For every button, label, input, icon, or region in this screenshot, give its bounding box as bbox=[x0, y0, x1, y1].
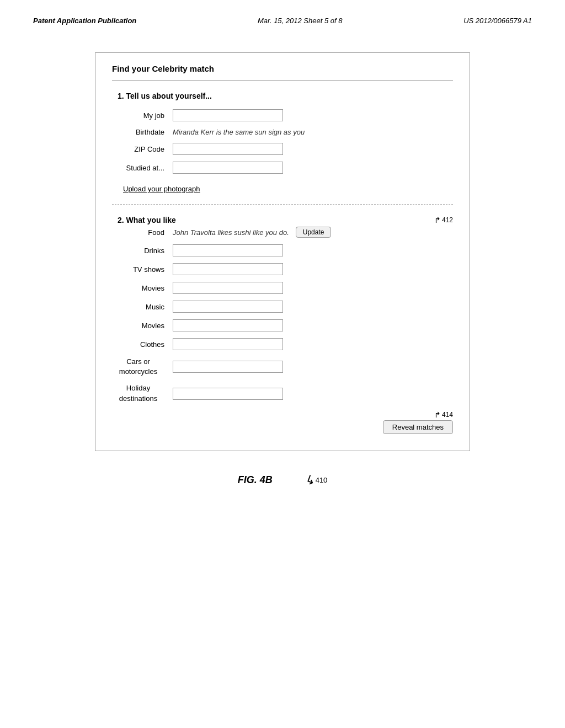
figure-arrow: ↲ 410 bbox=[306, 473, 328, 488]
field-zip: ZIP Code bbox=[112, 143, 453, 155]
label-studied-at: Studied at... bbox=[112, 164, 173, 172]
field-birthdate: Birthdate Miranda Kerr is the same sun s… bbox=[112, 128, 453, 136]
section2-heading: 2. What you like bbox=[118, 216, 176, 224]
input-cars[interactable] bbox=[173, 361, 283, 373]
label-clothes: Clothes bbox=[112, 340, 173, 349]
label-food: Food bbox=[112, 228, 173, 237]
callout-412-label: 412 bbox=[442, 216, 453, 224]
field-cars: Cars ormotorcycles bbox=[112, 357, 453, 377]
label-music: Music bbox=[112, 303, 173, 311]
field-music: Music bbox=[112, 301, 453, 313]
input-clothes[interactable] bbox=[173, 338, 283, 350]
input-music[interactable] bbox=[173, 301, 283, 313]
figure-label: FIG. 4B bbox=[238, 474, 273, 486]
section1-heading: 1. Tell us about yourself... bbox=[118, 92, 453, 100]
label-holiday: Holidaydestinations bbox=[112, 383, 173, 403]
field-clothes: Clothes bbox=[112, 338, 453, 350]
label-cars: Cars ormotorcycles bbox=[112, 357, 173, 377]
arc-marker-412: ↱ bbox=[434, 216, 441, 224]
header-center: Mar. 15, 2012 Sheet 5 of 8 bbox=[258, 17, 342, 25]
update-button[interactable]: Update bbox=[296, 227, 332, 238]
label-movies-2: Movies bbox=[112, 322, 173, 330]
label-movies-1: Movies bbox=[112, 284, 173, 292]
figure-caption: FIG. 4B ↲ 410 bbox=[238, 473, 328, 488]
field-my-job: My job bbox=[112, 109, 453, 121]
page-content: Find your Celebrity match 1. Tell us abo… bbox=[0, 36, 565, 504]
field-drinks: Drinks bbox=[112, 244, 453, 256]
callout-412: ↱ 412 bbox=[434, 216, 453, 224]
arrow-icon: ↲ bbox=[303, 472, 318, 489]
input-zip[interactable] bbox=[173, 143, 283, 155]
header-left: Patent Application Publication bbox=[33, 17, 136, 25]
figure-arrow-label: 410 bbox=[316, 476, 328, 484]
label-tv-shows: TV shows bbox=[112, 265, 173, 274]
upload-photo-link[interactable]: Upload your photograph bbox=[123, 185, 200, 193]
header-right: US 2012/0066579 A1 bbox=[463, 17, 532, 25]
section2: 2. What you like ↱ 412 Food John Travolt… bbox=[112, 216, 453, 434]
callout-414: ↱ 414 bbox=[434, 410, 453, 419]
section-divider bbox=[112, 204, 453, 205]
input-my-job[interactable] bbox=[173, 109, 283, 121]
field-holiday: Holidaydestinations bbox=[112, 383, 453, 403]
field-movies-1: Movies bbox=[112, 282, 453, 294]
field-food: Food John Travolta likes sushi like you … bbox=[112, 227, 453, 238]
label-birthdate: Birthdate bbox=[112, 128, 173, 136]
arc-marker-414: ↱ bbox=[434, 410, 441, 419]
field-tv-shows: TV shows bbox=[112, 263, 453, 275]
input-movies-1[interactable] bbox=[173, 282, 283, 294]
input-holiday[interactable] bbox=[173, 388, 283, 400]
label-drinks: Drinks bbox=[112, 247, 173, 255]
label-my-job: My job bbox=[112, 111, 173, 120]
input-studied-at[interactable] bbox=[173, 162, 283, 174]
callout-414-label: 414 bbox=[442, 411, 453, 419]
form-container: Find your Celebrity match 1. Tell us abo… bbox=[95, 52, 470, 451]
field-studied-at: Studied at... bbox=[112, 162, 453, 174]
food-hint: John Travolta likes sushi like you do. bbox=[173, 228, 289, 237]
input-movies-2[interactable] bbox=[173, 319, 283, 331]
page-header: Patent Application Publication Mar. 15, … bbox=[0, 0, 565, 36]
field-movies-2: Movies bbox=[112, 319, 453, 331]
reveal-matches-button[interactable]: Reveal matches bbox=[383, 420, 453, 434]
birthdate-hint: Miranda Kerr is the same sun sign as you bbox=[173, 128, 305, 136]
form-title: Find your Celebrity match bbox=[112, 64, 453, 81]
label-zip: ZIP Code bbox=[112, 145, 173, 153]
input-tv-shows[interactable] bbox=[173, 263, 283, 275]
input-drinks[interactable] bbox=[173, 244, 283, 256]
